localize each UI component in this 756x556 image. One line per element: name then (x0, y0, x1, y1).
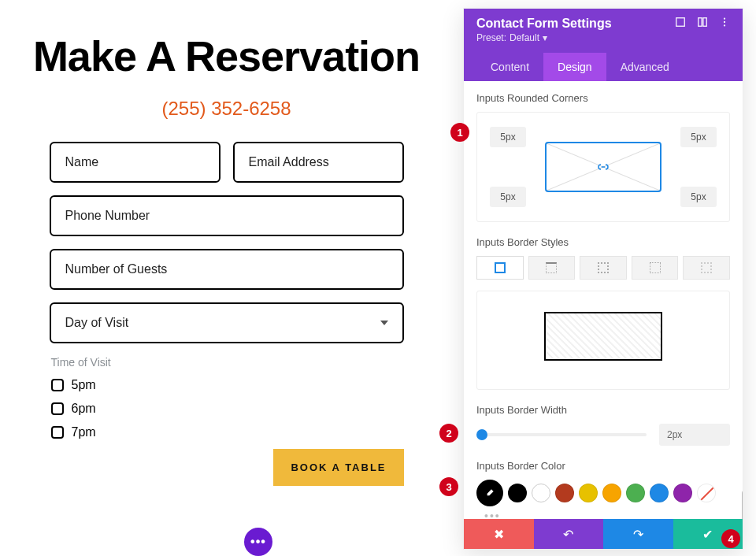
tab-design[interactable]: Design (543, 53, 606, 81)
corner-tr-input[interactable]: 5px (680, 127, 717, 147)
corner-bl-input[interactable]: 5px (490, 187, 526, 207)
swatch-transparent[interactable] (697, 484, 716, 502)
time-group-label: Time of Visit (51, 356, 404, 369)
more-colors[interactable]: ••• (476, 510, 730, 519)
tab-advanced[interactable]: Advanced (606, 53, 684, 81)
panel-title: Contact Form Settings (476, 17, 612, 31)
checkbox-icon (51, 426, 64, 439)
border-none-icon (701, 262, 712, 273)
email-field[interactable]: Email Address (233, 142, 404, 183)
tab-content[interactable]: Content (476, 53, 543, 81)
corner-br-input[interactable]: 5px (680, 187, 717, 207)
border-preview-box[interactable] (544, 312, 662, 361)
swatch-blue[interactable] (650, 484, 669, 502)
swatch-green[interactable] (626, 484, 645, 502)
day-placeholder: Day of Visit (65, 316, 129, 330)
border-style-top[interactable] (528, 256, 576, 280)
swatch-brown[interactable] (555, 484, 574, 502)
border-style-sides[interactable] (632, 256, 679, 280)
preset-value: Default (510, 32, 539, 43)
name-placeholder: Name (65, 155, 99, 169)
border-styles-row (476, 256, 730, 280)
check-icon: ✔ (702, 527, 713, 542)
guests-placeholder: Number of Guests (65, 262, 168, 276)
callout-badge-4: 4 (721, 529, 740, 548)
undo-button[interactable]: ↶ (534, 519, 604, 549)
time-label: 6pm (72, 402, 96, 416)
time-option-7pm[interactable]: 7pm (50, 425, 404, 439)
undo-icon: ↶ (563, 527, 573, 542)
panel-tabs: Content Design Advanced (476, 53, 730, 81)
time-label: 7pm (72, 425, 96, 439)
swatch-white[interactable] (532, 484, 550, 502)
svg-rect-1 (699, 18, 702, 27)
builder-fab[interactable]: ••• (244, 528, 272, 556)
svg-point-4 (724, 21, 725, 23)
preset-selector[interactable]: Preset: Default ▾ (476, 32, 612, 43)
time-label: 5pm (72, 378, 96, 392)
kebab-icon[interactable] (719, 17, 730, 28)
page-title: Make A Reservation (16, 32, 437, 80)
swatch-orange[interactable] (602, 484, 621, 502)
border-sides-icon (650, 262, 661, 273)
svg-point-3 (724, 17, 725, 19)
border-style-dotted[interactable] (580, 256, 627, 280)
callout-badge-3: 3 (439, 477, 458, 496)
svg-rect-0 (676, 18, 685, 27)
border-dotted-icon (598, 262, 609, 273)
swatch-black[interactable] (508, 484, 527, 502)
border-style-all[interactable] (476, 256, 524, 280)
chevron-down-icon: ▾ (543, 32, 547, 43)
panel-header: Contact Form Settings Preset: Default ▾ … (464, 9, 743, 81)
corners-card: 5px 5px 5px 5px (476, 112, 730, 222)
color-picker-button[interactable] (476, 480, 503, 506)
border-width-label: Inputs Border Width (476, 404, 730, 416)
redo-icon: ↷ (633, 527, 643, 542)
swatch-gold[interactable] (579, 484, 598, 502)
panel-body: Inputs Rounded Corners 5px 5px 5px 5px I… (464, 81, 743, 519)
name-field[interactable]: Name (50, 142, 220, 183)
border-color-label: Inputs Border Color (476, 460, 730, 472)
reservation-form: Name Email Address Phone Number Number o… (50, 142, 404, 486)
chevron-down-icon (380, 321, 388, 325)
submit-button[interactable]: BOOK A TABLE (273, 449, 403, 486)
border-preview-card (476, 291, 730, 390)
color-swatches (476, 480, 730, 506)
ellipsis-icon: ••• (250, 535, 266, 549)
grid-icon[interactable] (697, 17, 708, 28)
border-width-input[interactable]: 2px (659, 424, 730, 446)
time-option-6pm[interactable]: 6pm (50, 402, 404, 416)
corner-tl-input[interactable]: 5px (490, 127, 526, 147)
page-preview: Make A Reservation (255) 352-6258 Name E… (0, 0, 453, 502)
guests-field[interactable]: Number of Guests (50, 249, 404, 290)
svg-rect-2 (703, 18, 706, 27)
corners-link-toggle[interactable] (545, 142, 662, 192)
phone-placeholder: Phone Number (65, 209, 150, 223)
border-top-icon (546, 262, 557, 273)
panel-footer: ✖ ↶ ↷ ✔ (464, 519, 743, 549)
border-all-icon (495, 262, 506, 273)
checkbox-icon (51, 379, 64, 391)
border-style-none[interactable] (683, 256, 730, 280)
email-placeholder: Email Address (249, 155, 329, 169)
phone-field[interactable]: Phone Number (50, 195, 404, 236)
preset-label: Preset: (476, 32, 506, 43)
corners-label: Inputs Rounded Corners (476, 92, 730, 104)
day-select[interactable]: Day of Visit (50, 302, 404, 343)
expand-icon[interactable] (675, 17, 686, 28)
border-styles-label: Inputs Border Styles (476, 236, 730, 248)
callout-badge-1: 1 (450, 123, 469, 142)
redo-button[interactable]: ↷ (603, 519, 673, 549)
cancel-button[interactable]: ✖ (464, 519, 534, 549)
phone-number: (255) 352-6258 (16, 98, 437, 120)
time-option-5pm[interactable]: 5pm (50, 378, 404, 392)
settings-panel: Contact Form Settings Preset: Default ▾ … (463, 8, 743, 550)
link-icon (596, 160, 610, 174)
scrollbar[interactable] (742, 491, 743, 519)
close-icon: ✖ (494, 527, 504, 542)
eyedropper-icon (484, 487, 496, 499)
swatch-purple[interactable] (673, 484, 692, 502)
callout-badge-2: 2 (439, 424, 458, 443)
svg-point-5 (724, 24, 725, 26)
border-width-slider[interactable] (476, 433, 647, 436)
